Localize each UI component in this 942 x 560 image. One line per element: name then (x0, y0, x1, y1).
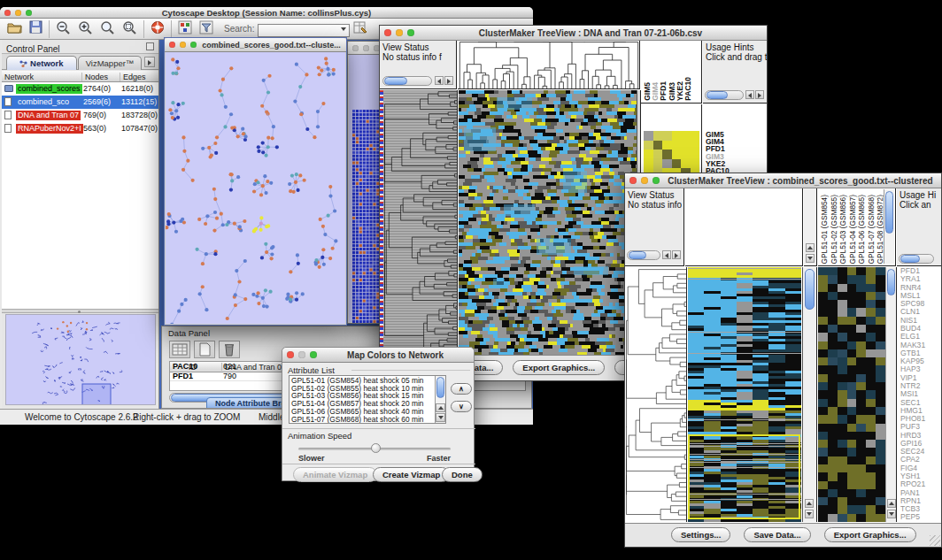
help-lifering-icon[interactable] (151, 20, 165, 38)
scroll-down-button[interactable] (806, 254, 815, 263)
delete-attribute-icon[interactable] (219, 341, 240, 358)
close-button[interactable] (287, 351, 294, 358)
treeview2-button[interactable]: Export Graphics... (824, 527, 916, 542)
move-up-button[interactable]: ∧ (451, 383, 472, 395)
col-network[interactable]: Network (2, 73, 34, 81)
minimize-button[interactable] (15, 10, 21, 16)
column-dendrogram[interactable] (458, 41, 640, 89)
scroll-left-button[interactable] (435, 76, 444, 85)
zoom-vscrollbar[interactable] (885, 267, 897, 522)
main-titlebar[interactable]: Cytoscape Desktop (Session Name: collins… (0, 7, 533, 19)
close-button[interactable] (384, 29, 391, 36)
column-label[interactable]: GPL51-06 (GSM865) (857, 195, 867, 264)
attribute-list-item[interactable]: GPL51-07 (GSM868) heat shock 60 min (291, 416, 444, 424)
column-dendrogram[interactable] (685, 188, 803, 266)
tab-network[interactable]: Network (6, 56, 77, 70)
network-canvas[interactable] (166, 52, 345, 324)
zoom-button[interactable] (310, 351, 317, 358)
close-button[interactable] (352, 45, 359, 51)
treeview1-button[interactable]: Export Graphics... (513, 360, 605, 375)
panel-splitter[interactable] (2, 309, 159, 313)
zoom-button[interactable] (407, 29, 414, 36)
minimize-button[interactable] (363, 45, 369, 51)
attribute-select-icon[interactable] (169, 341, 190, 358)
save-session-icon[interactable] (29, 20, 42, 37)
animation-speed-slider[interactable] (298, 448, 451, 450)
global-heatmap[interactable] (688, 267, 801, 522)
vizmapper-icon[interactable] (178, 20, 192, 38)
zoom-button[interactable] (26, 10, 32, 16)
scroll-right-button[interactable] (755, 90, 764, 99)
row-dendrogram[interactable] (383, 90, 458, 355)
network-row[interactable]: DNA and Tran 07 769(0) 183728(0) (2, 109, 159, 122)
attribute-list[interactable]: GPL51-01 (GSM854) heat shock 05 minGPL51… (289, 375, 446, 424)
move-down-button[interactable]: ∨ (451, 401, 472, 412)
network-row[interactable]: RNAPuberNov2+I 563(0) 107847(0) (2, 122, 159, 135)
zoom-button[interactable] (190, 42, 197, 48)
minimize-button[interactable] (641, 177, 648, 184)
col-nodes[interactable]: Nodes (81, 73, 108, 81)
col-edges[interactable]: Edges (120, 73, 146, 81)
usage-hscrollbar[interactable] (899, 254, 934, 264)
column-label[interactable]: PAC10 (684, 77, 691, 101)
column-label[interactable]: GPL51-01 (GSM854) (820, 195, 830, 264)
treeview2-button[interactable]: Settings... (671, 527, 730, 542)
new-attribute-icon[interactable] (194, 341, 215, 358)
zoom-out-icon[interactable] (56, 20, 71, 38)
row-dendrogram[interactable] (625, 267, 687, 522)
open-session-icon[interactable] (7, 20, 22, 37)
scroll-up-button[interactable] (436, 403, 445, 412)
close-button[interactable] (169, 42, 175, 48)
zoom-in-icon[interactable] (78, 20, 93, 38)
scroll-left-button[interactable] (662, 250, 671, 259)
column-label[interactable]: PFD1 (660, 81, 667, 101)
treeview1-titlebar[interactable]: ClusterMaker TreeView : DNA and Tran 07-… (380, 26, 767, 41)
tab-overflow-icon[interactable] (144, 57, 155, 67)
attribute-browser-icon[interactable] (353, 20, 368, 38)
close-button[interactable] (4, 10, 11, 16)
zoom-fit-icon[interactable] (122, 20, 137, 38)
zoom-selected-icon[interactable] (100, 20, 115, 38)
resize-grip[interactable] (930, 535, 940, 546)
network-overview[interactable] (5, 314, 156, 405)
zoom-heatmap[interactable] (818, 267, 885, 522)
attribute-list-vscrollbar[interactable] (435, 376, 445, 423)
column-labels-vscrollbar[interactable] (884, 189, 894, 264)
column-label[interactable]: GPL51-02 (GSM855) (830, 195, 839, 264)
slider-thumb[interactable] (371, 443, 381, 453)
scroll-down-button[interactable] (887, 510, 896, 518)
scroll-left-button[interactable] (745, 90, 754, 99)
minimize-button[interactable] (396, 29, 403, 36)
scroll-down-button[interactable] (436, 413, 445, 422)
animate-vizmap-button[interactable]: Animate Vizmap (293, 467, 377, 482)
treeview2-button[interactable]: Save Data... (744, 527, 810, 542)
view-status-hscrollbar[interactable] (382, 76, 432, 86)
heatmap-vscrollbar[interactable] (802, 267, 817, 522)
global-heatmap[interactable] (459, 90, 637, 355)
column-label[interactable]: GIM5 (644, 82, 651, 101)
done-button[interactable]: Done (442, 467, 483, 482)
dialog-titlebar[interactable]: Map Colors to Network (282, 348, 474, 363)
column-label[interactable]: GPL51-04 (GSM857) (848, 195, 858, 264)
scroll-right-button[interactable] (444, 76, 453, 85)
tab-vizmapper[interactable]: VizMapper™ (78, 56, 142, 70)
column-label[interactable]: GPL51-03 (GSM856) (838, 195, 848, 264)
scroll-up-button[interactable] (887, 499, 896, 508)
column-label[interactable]: YKE2 (676, 81, 683, 101)
scroll-up-button[interactable] (805, 499, 814, 508)
network-row[interactable]: combined_sco 2569(6) 13112(15) (2, 96, 159, 109)
scroll-down-button[interactable] (805, 510, 814, 518)
minimize-button[interactable] (298, 351, 305, 358)
view-status-hscrollbar[interactable] (627, 250, 660, 260)
usage-hscrollbar[interactable] (705, 90, 744, 100)
create-vizmap-button[interactable]: Create Vizmap (373, 467, 450, 482)
column-label[interactable]: GIM4 (652, 82, 659, 101)
network-view-titlebar[interactable]: combined_scores_good.txt--cluste... (165, 38, 346, 52)
treeview2-titlebar[interactable]: ClusterMaker TreeView : combined_scores_… (625, 173, 941, 188)
minimize-button[interactable] (180, 42, 186, 48)
filter-icon[interactable] (199, 20, 213, 38)
network-row[interactable]: combined_scores 2764(0) 16218(0) (2, 82, 159, 96)
column-label[interactable]: GPL51-07 (GSM868) (867, 195, 876, 264)
column-label[interactable]: GIM3 (668, 82, 676, 101)
search-input[interactable] (258, 24, 350, 37)
